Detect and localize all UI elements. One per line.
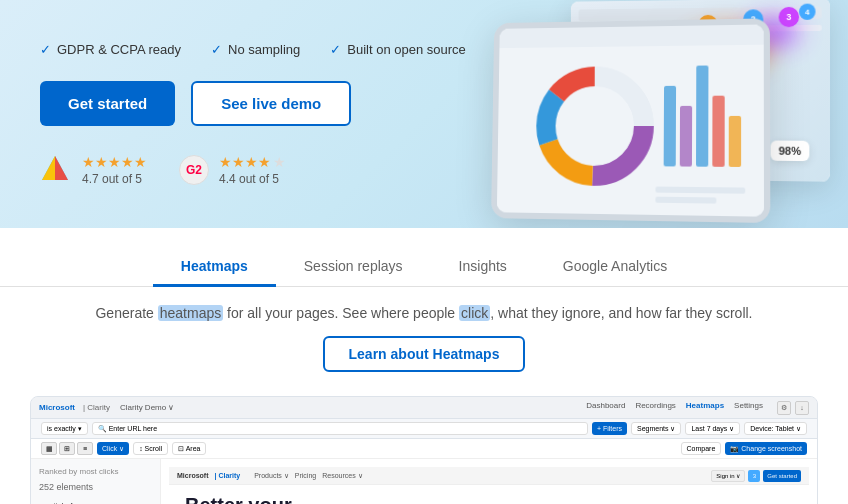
url-input[interactable]: 🔍 Enter URL here: [92, 422, 588, 435]
tab-settings[interactable]: Settings: [730, 401, 767, 415]
capterra-score: 4.7 out of 5: [82, 172, 147, 186]
tab-insights[interactable]: Insights: [431, 248, 535, 287]
website-preview: Microsoft | Clarity Products ∨ Pricing R…: [169, 467, 809, 504]
tab-recordings[interactable]: Recordings: [631, 401, 679, 415]
heat-badge-3: 3: [779, 7, 799, 27]
view-buttons: ▦ ⊞ ≡: [41, 442, 93, 455]
learn-button[interactable]: Learn about Heatmaps: [323, 336, 526, 372]
badge-gdpr: ✓ GDPR & CCPA ready: [40, 42, 181, 57]
tab-heatmaps[interactable]: Heatmaps: [153, 248, 276, 287]
g2-stars: ★★★★★: [219, 154, 286, 170]
tablet-screen: [497, 24, 764, 216]
tablet-chart-svg: [497, 24, 764, 216]
bottom-section: Heatmaps Session replays Insights Google…: [0, 228, 848, 504]
tab-heatmaps-inner[interactable]: Heatmaps: [682, 401, 728, 415]
filter-bar: is exactly ▾ 🔍 Enter URL here + Filters …: [31, 419, 817, 439]
toolbar-nav: Dashboard Recordings Heatmaps Settings ⚙…: [582, 401, 809, 415]
date-dropdown[interactable]: Last 7 days ∨: [685, 422, 740, 435]
tab-content-area: Generate heatmaps for all your pages. Se…: [0, 287, 848, 396]
check-icon: ✓: [40, 42, 51, 57]
badge-sampling-label: No sampling: [228, 42, 300, 57]
hero-section: ✓ GDPR & CCPA ready ✓ No sampling ✓ Buil…: [0, 0, 848, 228]
website-heading: Better your: [185, 493, 793, 504]
description-text: Generate heatmaps for all your pages. Se…: [40, 303, 808, 324]
heatmap-toolbar: ▦ ⊞ ≡ Click ∨ ↕ Scroll ⊡ Area Compare 📷 …: [31, 439, 817, 459]
website-content: Better your: [169, 485, 809, 504]
clarity-logo: | Clarity: [215, 472, 241, 479]
nav-products: Products ∨: [254, 472, 289, 480]
view-btn-3[interactable]: ≡: [77, 442, 93, 455]
badge-gdpr-label: GDPR & CCPA ready: [57, 42, 181, 57]
tab-session-replays[interactable]: Session replays: [276, 248, 431, 287]
get-started-button[interactable]: Get started: [40, 81, 175, 126]
compare-btn[interactable]: Compare: [681, 442, 722, 455]
g2-score: 4.4 out of 5: [219, 172, 286, 186]
device-dropdown[interactable]: Device: Tablet ∨: [744, 422, 807, 435]
check-icon: ✓: [211, 42, 222, 57]
g2-stars-group: ★★★★★ 4.4 out of 5: [219, 154, 286, 186]
nav-pricing: Pricing: [295, 472, 316, 479]
badge-opensource-label: Built on open source: [347, 42, 466, 57]
toolbar-demo-dropdown[interactable]: Clarity Demo ∨: [120, 403, 174, 412]
capterra-stars-group: ★★★★★ 4.7 out of 5: [82, 154, 147, 186]
ms-logo: Microsoft: [177, 472, 209, 479]
toolbar-icon-2[interactable]: ↓: [795, 401, 809, 415]
highlight-heatmaps: heatmaps: [158, 305, 223, 321]
get-started-inner[interactable]: Get started: [763, 470, 801, 482]
tab-google-analytics[interactable]: Google Analytics: [535, 248, 695, 287]
search-input[interactable]: is exactly ▾: [41, 422, 88, 435]
screen-main-content: Microsoft | Clarity Products ∨ Pricing R…: [161, 459, 817, 504]
notif-badge[interactable]: 3: [748, 470, 760, 482]
screen-sidebar: Ranked by most clicks 252 elements 1 #sb…: [31, 459, 161, 504]
toolbar-right: Compare 📷 Change screenshot: [681, 442, 807, 455]
svg-rect-10: [664, 86, 676, 167]
click-filter[interactable]: Click ∨: [97, 442, 129, 455]
capterra-logo: [40, 154, 72, 186]
svg-rect-15: [655, 187, 745, 194]
scroll-filter[interactable]: ↕ Scroll: [133, 442, 168, 455]
toolbar-microsoft-logo: Microsoft: [39, 403, 75, 412]
toolbar-actions: ⚙ ↓: [777, 401, 809, 415]
area-filter[interactable]: ⊡ Area: [172, 442, 206, 455]
svg-rect-13: [712, 96, 724, 167]
capterra-rating: ★★★★★ 4.7 out of 5: [40, 154, 147, 186]
element-count: 252 elements: [39, 482, 152, 492]
view-btn-2[interactable]: ⊞: [59, 442, 75, 455]
view-btn-1[interactable]: ▦: [41, 442, 57, 455]
heat-badge-4: 4: [799, 4, 815, 20]
filters-button[interactable]: + Filters: [592, 422, 627, 435]
signin-badge[interactable]: Sign in ∨: [711, 470, 745, 482]
svg-rect-4: [499, 24, 763, 48]
screen-toolbar: Microsoft | Clarity Clarity Demo ∨ Dashb…: [31, 397, 817, 419]
g2-logo: G2: [179, 155, 209, 185]
badge-opensource: ✓ Built on open source: [330, 42, 466, 57]
svg-rect-16: [655, 197, 716, 204]
percent-badge: 98%: [770, 141, 809, 162]
website-nav: Microsoft | Clarity Products ∨ Pricing R…: [169, 467, 809, 485]
svg-rect-11: [680, 106, 692, 167]
toolbar-clarity-logo: | Clarity: [83, 403, 110, 412]
tablet-mockup: [491, 18, 770, 223]
tabs-bar: Heatmaps Session replays Insights Google…: [0, 228, 848, 287]
tab-dashboard[interactable]: Dashboard: [582, 401, 629, 415]
nav-right-btns: Sign in ∨ 3 Get started: [711, 470, 801, 482]
g2-rating: G2 ★★★★★ 4.4 out of 5: [179, 154, 286, 186]
check-icon: ✓: [330, 42, 341, 57]
change-screenshot-btn[interactable]: 📷 Change screenshot: [725, 442, 807, 455]
nav-resources: Resources ∨: [322, 472, 362, 480]
toolbar-icon-1[interactable]: ⚙: [777, 401, 791, 415]
screen-body: Ranked by most clicks 252 elements 1 #sb…: [31, 459, 817, 504]
svg-rect-12: [696, 66, 708, 167]
capterra-stars: ★★★★★: [82, 154, 147, 170]
segments-dropdown[interactable]: Segments ∨: [631, 422, 681, 435]
screenshot-preview: Microsoft | Clarity Clarity Demo ∨ Dashb…: [30, 396, 818, 504]
svg-rect-14: [729, 116, 741, 167]
svg-marker-2: [55, 156, 68, 180]
see-live-demo-button[interactable]: See live demo: [191, 81, 351, 126]
badge-sampling: ✓ No sampling: [211, 42, 300, 57]
sidebar-item-1: 1 #sb_form_go 6412 clicks (33.22%): [39, 498, 152, 504]
rank-label: Ranked by most clicks: [39, 467, 152, 476]
highlight-click: click: [459, 305, 490, 321]
